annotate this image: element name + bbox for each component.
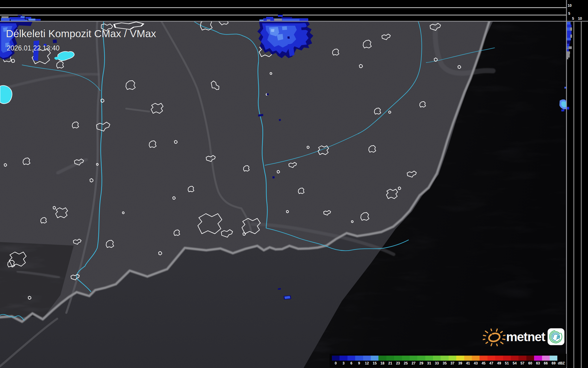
dbz-tick-label: 45 — [480, 361, 487, 365]
dbz-color-segment — [425, 356, 433, 361]
dbz-color-segment — [417, 356, 425, 361]
right-profile-echo-bar — [566, 35, 570, 38]
dbz-tick-label: 33 — [433, 361, 441, 365]
dbz-color-segment — [433, 356, 441, 361]
dbz-color-segment — [464, 356, 472, 361]
right-profile-echo-bar — [566, 24, 571, 27]
dbz-tick-label: 49 — [495, 361, 503, 365]
dbz-color-segment — [378, 356, 386, 361]
dbz-color-segment — [495, 356, 503, 361]
dbz-color-segment — [410, 356, 417, 361]
dbz-tick-label: dBZ — [557, 361, 565, 365]
dbz-color-segment — [332, 356, 340, 361]
dbz-tick-label: 41 — [464, 361, 472, 365]
dbz-color-segment — [355, 356, 363, 361]
right-profile-axis-label-5: 5 — [572, 17, 574, 20]
dbz-color-segment — [449, 356, 456, 361]
dbz-tick-label: 35 — [441, 361, 448, 365]
dbz-color-segment — [340, 356, 347, 361]
dbz-color-segment — [394, 356, 402, 361]
top-profile-echo-bar — [35, 19, 41, 21]
right-profile-echo-bar — [566, 22, 571, 24]
dbz-tick-label: 39 — [456, 361, 464, 365]
radar-echo — [53, 40, 57, 43]
dbz-color-segment — [386, 356, 394, 361]
dbz-tick-label: 47 — [487, 361, 495, 365]
dbz-color-segment — [526, 356, 534, 361]
top-profile-echo-bar — [21, 16, 25, 18]
metnet-app-icon[interactable] — [547, 327, 565, 346]
map-layers — [0, 17, 566, 368]
dbz-color-bar — [332, 356, 557, 361]
radar-echo — [564, 87, 566, 89]
dbz-tick-label: 9 — [355, 361, 363, 365]
top-profile-axis-label-10: 10 — [568, 4, 571, 7]
dbz-color-segment — [472, 356, 480, 361]
sun-icon — [483, 325, 505, 349]
top-profile-echo-bar — [274, 19, 282, 21]
radar-echo — [300, 23, 305, 26]
dbz-tick-label: 12 — [363, 361, 371, 365]
page-title: Délkeleti Kompozit CMax / VMax — [6, 28, 156, 40]
right-profile-echo-bar — [566, 38, 571, 40]
radar-echo — [272, 176, 275, 179]
dbz-tick-label: 15 — [371, 361, 378, 365]
radar-composite-app: Délkeleti Kompozit CMax / VMax 2026.01.2… — [0, 0, 588, 368]
dbz-color-segment — [550, 356, 557, 361]
dbz-color-scale: 0369121518212325272931333537394143454749… — [330, 354, 566, 367]
dbz-color-segment — [487, 356, 495, 361]
dbz-tick-label: 21 — [386, 361, 394, 365]
radar-echo — [278, 288, 281, 290]
dbz-tick-label: 0 — [332, 361, 340, 365]
right-profile-echo-bar — [566, 51, 570, 54]
dbz-color-segment — [347, 356, 355, 361]
dbz-color-segment — [511, 356, 518, 361]
map-timestamp: 2026.01.22 13:40 — [7, 44, 60, 52]
dbz-tick-label: 31 — [425, 361, 433, 365]
top-profile-echo-bar — [267, 19, 270, 21]
metnet-logo[interactable]: metnet — [483, 324, 565, 349]
dbz-color-segment — [363, 356, 371, 361]
right-profile-echo-bar — [566, 27, 570, 31]
dbz-color-segment — [480, 356, 487, 361]
top-profile-echo-bar — [282, 19, 299, 21]
radar-echo — [282, 26, 287, 30]
top-profile-echo-bar — [299, 19, 308, 21]
dbz-tick-label: 66 — [542, 361, 550, 365]
dbz-tick-label: 63 — [534, 361, 542, 365]
dbz-tick-label: 23 — [394, 361, 402, 365]
dbz-tick-label: 6 — [347, 361, 355, 365]
top-profile-echo-bar — [25, 17, 31, 19]
dbz-tick-label: 60 — [526, 361, 534, 365]
radar-echo — [301, 27, 307, 30]
top-profile-echo-bar — [1, 18, 10, 21]
dbz-tick-label: 37 — [449, 361, 456, 365]
radar-map-canvas — [0, 0, 588, 368]
right-profile-echo-bar — [566, 54, 570, 58]
top-profile-axis-label-5: 5 — [568, 12, 570, 15]
radar-echo — [279, 119, 281, 121]
radar-echo — [271, 29, 274, 32]
right-profile-echo-bar — [566, 40, 570, 44]
dbz-tick-label: 54 — [511, 361, 518, 365]
top-profile-echo-bar — [1, 16, 9, 18]
dbz-tick-label: 69 — [550, 361, 557, 365]
dbz-tick-label: 3 — [340, 361, 347, 365]
dbz-tick-label: 43 — [472, 361, 480, 365]
dbz-color-segment — [402, 356, 410, 361]
dbz-tick-label: 18 — [378, 361, 386, 365]
radar-echo — [267, 93, 269, 95]
dbz-color-segment — [441, 356, 448, 361]
dbz-color-segment — [518, 356, 526, 361]
dbz-color-segment — [542, 356, 550, 361]
right-profile-echo-bar — [566, 31, 571, 35]
dbz-tick-label: 51 — [503, 361, 511, 365]
top-profile-echo-bar — [259, 19, 263, 21]
top-profile-echo-bar — [28, 19, 35, 21]
radar-echo — [287, 36, 290, 39]
dbz-scale-labels: 0369121518212325272931333537394143454749… — [332, 361, 565, 365]
dbz-tick-label: 27 — [410, 361, 417, 365]
dbz-color-segment — [456, 356, 464, 361]
right-profile-axis-label-10: 10 — [578, 17, 582, 20]
metnet-wordmark: metnet — [506, 331, 545, 343]
